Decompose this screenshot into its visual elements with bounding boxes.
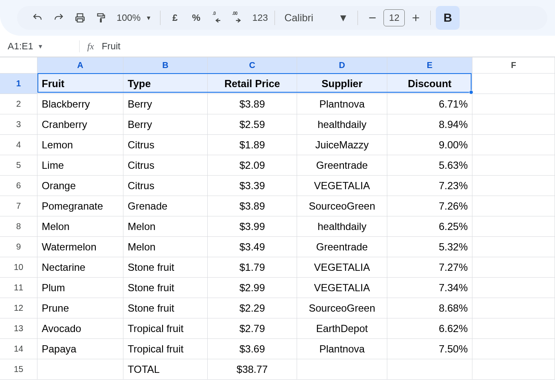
- cell-discount[interactable]: 6.62%: [387, 318, 472, 339]
- cell-fruit[interactable]: Plum: [37, 278, 123, 298]
- cell-empty[interactable]: [472, 278, 555, 298]
- cell-type[interactable]: Tropical fruit: [123, 318, 208, 339]
- column-header-F[interactable]: F: [472, 57, 555, 74]
- cell-empty[interactable]: [472, 114, 555, 135]
- cell-supplier[interactable]: Plantnova: [297, 94, 387, 114]
- cell-empty[interactable]: [472, 339, 555, 359]
- format-currency-button[interactable]: £: [166, 9, 184, 27]
- cell-fruit[interactable]: Prune: [37, 298, 123, 318]
- cell-supplier[interactable]: VEGETALIA: [297, 278, 387, 298]
- cell-price[interactable]: $2.99: [208, 278, 297, 298]
- select-all-corner[interactable]: [0, 57, 37, 74]
- font-dropdown[interactable]: Calibri ▼: [280, 12, 352, 24]
- row-header-6[interactable]: 6: [0, 176, 37, 196]
- cell-type[interactable]: Citrus: [123, 135, 208, 155]
- cell-empty[interactable]: [472, 257, 555, 278]
- cell-empty[interactable]: [37, 359, 123, 380]
- row-header-10[interactable]: 10: [0, 257, 37, 278]
- cell-price[interactable]: $3.49: [208, 237, 297, 257]
- cell-total-label[interactable]: TOTAL: [123, 359, 208, 380]
- cell-discount[interactable]: 7.50%: [387, 339, 472, 359]
- cell-type[interactable]: Berry: [123, 114, 208, 135]
- undo-button[interactable]: [28, 9, 47, 27]
- cell-supplier[interactable]: JuiceMazzy: [297, 135, 387, 155]
- row-header-15[interactable]: 15: [0, 359, 37, 380]
- row-header-7[interactable]: 7: [0, 196, 37, 216]
- spreadsheet-grid[interactable]: ABCDEF1FruitTypeRetail PriceSupplierDisc…: [0, 57, 555, 380]
- cell-type[interactable]: Stone fruit: [123, 257, 208, 278]
- cell-supplier[interactable]: SourceoGreen: [297, 298, 387, 318]
- cell-empty[interactable]: [387, 359, 472, 380]
- row-header-8[interactable]: 8: [0, 216, 37, 237]
- format-percent-button[interactable]: %: [187, 9, 206, 27]
- row-header-3[interactable]: 3: [0, 114, 37, 135]
- cell-type[interactable]: Citrus: [123, 176, 208, 196]
- cell-fruit[interactable]: Watermelon: [37, 237, 123, 257]
- cell-fruit[interactable]: Pomegranate: [37, 196, 123, 216]
- cell-supplier[interactable]: VEGETALIA: [297, 257, 387, 278]
- row-header-4[interactable]: 4: [0, 135, 37, 155]
- cell-price[interactable]: $3.89: [208, 196, 297, 216]
- cell-discount[interactable]: 7.26%: [387, 196, 472, 216]
- increase-font-button[interactable]: [406, 9, 425, 27]
- cell-type[interactable]: Stone fruit: [123, 298, 208, 318]
- font-size-input[interactable]: 12: [383, 9, 405, 26]
- cell-empty[interactable]: [472, 216, 555, 237]
- cell-type[interactable]: Citrus: [123, 155, 208, 176]
- paint-format-button[interactable]: [92, 9, 111, 27]
- cell-fruit[interactable]: Melon: [37, 216, 123, 237]
- cell-discount[interactable]: 6.71%: [387, 94, 472, 114]
- cell-fruit[interactable]: Avocado: [37, 318, 123, 339]
- row-header-2[interactable]: 2: [0, 94, 37, 114]
- cell-fruit[interactable]: Orange: [37, 176, 123, 196]
- cell-price[interactable]: $3.39: [208, 176, 297, 196]
- row-header-5[interactable]: 5: [0, 155, 37, 176]
- row-header-9[interactable]: 9: [0, 237, 37, 257]
- cell-type[interactable]: Tropical fruit: [123, 339, 208, 359]
- cell-discount[interactable]: 6.25%: [387, 216, 472, 237]
- cell-empty[interactable]: [472, 176, 555, 196]
- cell-fruit[interactable]: Blackberry: [37, 94, 123, 114]
- column-header-A[interactable]: A: [37, 57, 123, 74]
- cell-type[interactable]: Stone fruit: [123, 278, 208, 298]
- cell-type[interactable]: Berry: [123, 94, 208, 114]
- cell-discount[interactable]: 5.63%: [387, 155, 472, 176]
- cell-empty[interactable]: [472, 359, 555, 380]
- cell-supplier[interactable]: VEGETALIA: [297, 176, 387, 196]
- cell-supplier[interactable]: Greentrade: [297, 155, 387, 176]
- column-header-C[interactable]: C: [208, 57, 297, 74]
- decrease-font-button[interactable]: [363, 9, 382, 27]
- cell-supplier[interactable]: healthdaily: [297, 114, 387, 135]
- cell-discount[interactable]: 5.32%: [387, 237, 472, 257]
- cell-empty[interactable]: [472, 298, 555, 318]
- cell-discount[interactable]: 7.23%: [387, 176, 472, 196]
- cell-fruit[interactable]: Nectarine: [37, 257, 123, 278]
- column-header-D[interactable]: D: [297, 57, 387, 74]
- cell-price[interactable]: $1.89: [208, 135, 297, 155]
- cell-empty[interactable]: [297, 359, 387, 380]
- cell-fruit[interactable]: Lemon: [37, 135, 123, 155]
- more-formats-button[interactable]: 123: [251, 9, 269, 27]
- row-header-12[interactable]: 12: [0, 298, 37, 318]
- cell-empty[interactable]: [472, 196, 555, 216]
- cell-type[interactable]: Melon: [123, 216, 208, 237]
- print-button[interactable]: [71, 9, 89, 27]
- zoom-dropdown[interactable]: 100% ▼: [113, 12, 155, 23]
- header-cell-type[interactable]: Type: [123, 74, 208, 94]
- cell-fruit[interactable]: Papaya: [37, 339, 123, 359]
- header-cell-fruit[interactable]: Fruit: [37, 74, 123, 94]
- cell-empty[interactable]: [472, 135, 555, 155]
- cell-supplier[interactable]: SourceoGreen: [297, 196, 387, 216]
- column-header-E[interactable]: E: [387, 57, 472, 74]
- cell-discount[interactable]: 7.34%: [387, 278, 472, 298]
- cell-price[interactable]: $2.79: [208, 318, 297, 339]
- cell-empty[interactable]: [472, 318, 555, 339]
- header-cell-price[interactable]: Retail Price: [208, 74, 297, 94]
- decrease-decimal-button[interactable]: .0: [208, 9, 227, 27]
- cell-supplier[interactable]: EarthDepot: [297, 318, 387, 339]
- cell-price[interactable]: $2.59: [208, 114, 297, 135]
- cell-total-value[interactable]: $38.77: [208, 359, 297, 380]
- header-cell-supplier[interactable]: Supplier: [297, 74, 387, 94]
- row-header-1[interactable]: 1: [0, 74, 37, 94]
- cell-discount[interactable]: 8.68%: [387, 298, 472, 318]
